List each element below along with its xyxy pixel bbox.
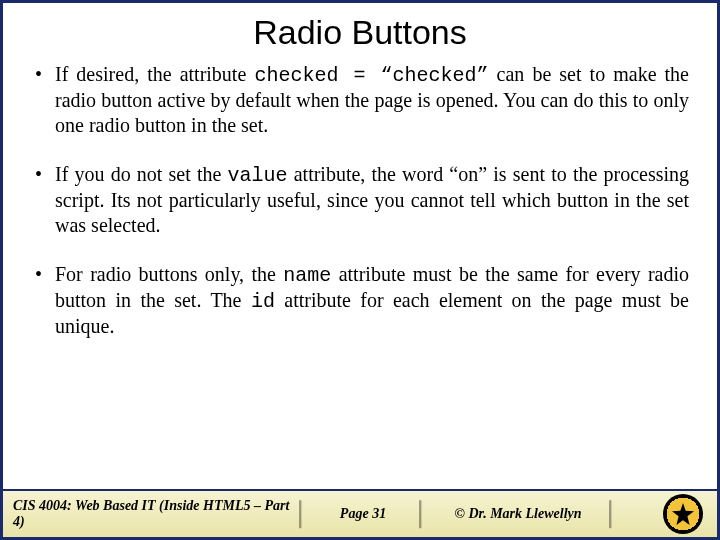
code-span: id [251, 290, 275, 313]
code-span: value [228, 164, 288, 187]
slide-footer: CIS 4004: Web Based IT (Inside HTML5 – P… [3, 489, 717, 537]
ucf-logo-icon [663, 494, 703, 534]
slide-body: If desired, the attribute checked = “che… [3, 62, 717, 489]
code-span: name [283, 264, 331, 287]
bullet-item: If desired, the attribute checked = “che… [33, 62, 689, 138]
code-span: checked = “checked” [254, 64, 488, 87]
footer-copyright: © Dr. Mark Llewellyn [423, 491, 613, 537]
bullet-item: If you do not set the value attribute, t… [33, 162, 689, 238]
bullet-item: For radio buttons only, the name attribu… [33, 262, 689, 339]
bullet-text: If you do not set the [55, 163, 228, 185]
bullet-list: If desired, the attribute checked = “che… [33, 62, 689, 339]
footer-page: Page 31 [303, 491, 423, 537]
footer-course: CIS 4004: Web Based IT (Inside HTML5 – P… [3, 491, 303, 537]
slide-title: Radio Buttons [3, 13, 717, 52]
slide-container: Radio Buttons If desired, the attribute … [0, 0, 720, 540]
bullet-text: If desired, the attribute [55, 63, 254, 85]
footer-logo-area [613, 491, 717, 537]
bullet-text: For radio buttons only, the [55, 263, 283, 285]
